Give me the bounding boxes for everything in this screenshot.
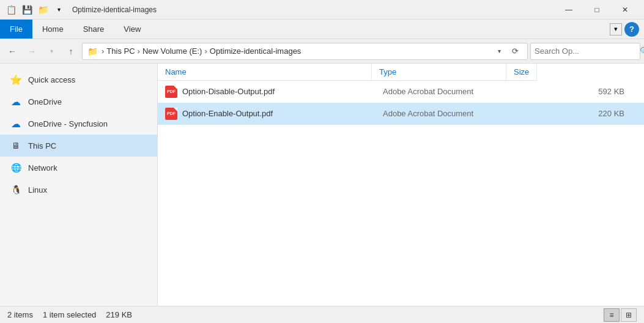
column-header-type[interactable]: Type (372, 64, 506, 80)
sidebar-item-onedrive[interactable]: ☁ OneDrive (0, 91, 157, 113)
back-button[interactable]: ← (4, 43, 21, 60)
file-name-2: Option-Enable-Output.pdf (182, 109, 378, 118)
column-name-label: Name (165, 67, 187, 76)
pdf-icon-shape-2: PDF (165, 108, 177, 120)
quick-access-icon: ⭐ (10, 73, 22, 86)
address-content: 📁 › This PC › New Volume (E:) › Optimize… (87, 46, 492, 56)
sidebar-item-quick-access[interactable]: ⭐ Quick access (0, 69, 157, 91)
sidebar-label-this-pc: This PC (28, 141, 56, 150)
address-refresh-button[interactable]: ⟳ (508, 44, 522, 59)
window-title: Optimize-identical-images (70, 6, 555, 14)
file-type-2: Adobe Acrobat Document (383, 109, 517, 118)
column-type-label: Type (379, 67, 396, 76)
search-icon: 🔍 (640, 46, 644, 56)
address-folder-icon: 📁 (87, 46, 98, 56)
address-crumb-folder[interactable]: Optimize-identical-images (210, 46, 302, 56)
details-view-button[interactable]: ≡ (604, 308, 620, 322)
address-sep-3: › (204, 46, 207, 56)
help-button[interactable]: ? (624, 22, 639, 37)
file-size-2: 220 KB (522, 109, 637, 118)
pdf-corner-2 (174, 108, 177, 111)
forward-button[interactable]: → (23, 43, 40, 60)
pdf-icon-shape: PDF (165, 86, 177, 98)
window-controls: — □ ✕ (555, 0, 639, 20)
address-sep-2: › (138, 46, 140, 56)
file-list: Name Type Size PDF Option-Disabl (158, 64, 644, 306)
save-icon[interactable]: 💾 (21, 4, 33, 16)
view-controls: ≡ ⊞ (604, 308, 637, 322)
address-sep-1: › (102, 46, 104, 56)
menu-tab-home[interactable]: Home (32, 20, 73, 39)
item-count: 2 items (7, 310, 33, 319)
menu-tab-file[interactable]: File (0, 20, 32, 39)
sidebar: ⭐ Quick access ☁ OneDrive ☁ OneDrive - S… (0, 64, 158, 306)
onedrive-syncfusion-icon: ☁ (10, 117, 22, 130)
selected-size: 219 KB (106, 310, 132, 319)
menu-tab-share[interactable]: Share (73, 20, 114, 39)
address-actions: ▾ ⟳ (492, 44, 522, 59)
sidebar-label-onedrive: OneDrive (28, 97, 62, 106)
clipboard-icon[interactable]: 📋 (5, 4, 17, 16)
file-size-1: 592 KB (522, 87, 637, 96)
maximize-button[interactable]: □ (583, 0, 611, 20)
sidebar-item-onedrive-syncfusion[interactable]: ☁ OneDrive - Syncfusion (0, 113, 157, 135)
sort-bar: Name Type Size (158, 64, 537, 81)
up-button[interactable]: ↑ (62, 43, 80, 60)
help-dropdown-button[interactable]: ▾ (610, 23, 622, 35)
dropdown-arrow-icon[interactable]: ▾ (53, 4, 65, 16)
menu-tab-view[interactable]: View (114, 20, 150, 39)
file-name-1: Option-Disable-Output.pdf (182, 87, 378, 96)
sidebar-item-this-pc[interactable]: 🖥 This PC (0, 135, 157, 157)
sidebar-item-linux[interactable]: 🐧 Linux (0, 179, 157, 201)
selected-info: 1 item selected (43, 310, 96, 319)
minimize-button[interactable]: — (555, 0, 583, 20)
recent-locations-button[interactable]: ▾ (43, 43, 60, 60)
main-area: ⭐ Quick access ☁ OneDrive ☁ OneDrive - S… (0, 64, 644, 306)
address-crumb-this-pc[interactable]: This PC (106, 46, 135, 56)
file-rows: PDF Option-Disable-Output.pdf Adobe Acro… (158, 81, 644, 306)
close-button[interactable]: ✕ (611, 0, 639, 20)
title-bar: 📋 💾 📁 ▾ Optimize-identical-images — □ ✕ (0, 0, 644, 20)
column-headers: Name Type Size (158, 64, 644, 81)
column-header-size[interactable]: Size (506, 64, 537, 80)
sidebar-item-network[interactable]: 🌐 Network (0, 157, 157, 179)
table-row[interactable]: PDF Option-Disable-Output.pdf Adobe Acro… (158, 81, 644, 103)
search-input[interactable] (535, 46, 637, 56)
sidebar-label-quick-access: Quick access (28, 75, 75, 84)
table-row[interactable]: PDF Option-Enable-Output.pdf Adobe Acrob… (158, 103, 644, 125)
menu-bar: File Home Share View ▾ ? (0, 20, 644, 39)
pdf-corner (174, 86, 177, 89)
large-icon-view-button[interactable]: ⊞ (621, 308, 637, 322)
column-size-label: Size (514, 67, 529, 76)
file-pdf-icon-2: PDF (165, 108, 177, 120)
this-pc-icon: 🖥 (10, 139, 22, 152)
sidebar-label-network: Network (28, 163, 57, 173)
address-dropdown-button[interactable]: ▾ (492, 44, 506, 59)
title-bar-icons: 📋 💾 📁 ▾ (5, 4, 65, 16)
column-header-name[interactable]: Name (158, 64, 372, 80)
file-type-1: Adobe Acrobat Document (383, 87, 517, 96)
address-crumb-volume[interactable]: New Volume (E:) (142, 46, 202, 56)
search-bar[interactable]: 🔍 (530, 43, 640, 60)
folder-icon[interactable]: 📁 (37, 4, 49, 16)
network-icon: 🌐 (10, 162, 22, 174)
sidebar-label-linux: Linux (28, 185, 47, 195)
onedrive-icon: ☁ (10, 95, 22, 108)
file-pdf-icon: PDF (165, 86, 177, 98)
address-bar[interactable]: 📁 › This PC › New Volume (E:) › Optimize… (82, 43, 528, 60)
toolbar: ← → ▾ ↑ 📁 › This PC › New Volume (E:) › … (0, 39, 644, 64)
sidebar-label-onedrive-sync: OneDrive - Syncfusion (28, 119, 108, 128)
status-bar: 2 items 1 item selected 219 KB ≡ ⊞ (0, 306, 644, 323)
menu-help: ▾ ? (610, 22, 644, 37)
linux-icon: 🐧 (10, 184, 22, 196)
